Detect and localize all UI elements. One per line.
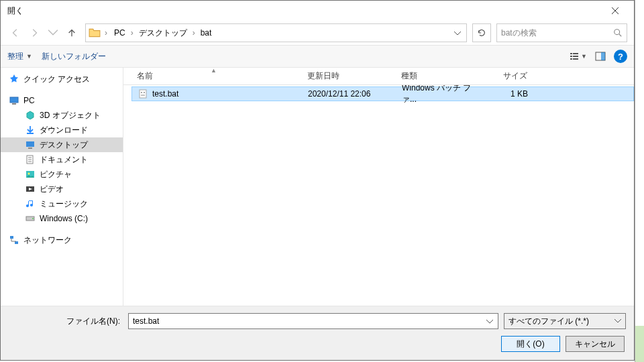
open-button[interactable]: 開く(O) (501, 336, 560, 352)
file-list: test.bat2020/12/11 22:06Windows バッチ ファ..… (123, 85, 634, 306)
documents-icon (25, 154, 36, 165)
svg-rect-5 (570, 58, 572, 60)
svg-point-0 (614, 29, 620, 35)
sidebar-item-music[interactable]: ミュージック (1, 196, 123, 211)
column-name[interactable]: 名前 (131, 70, 302, 82)
svg-rect-11 (26, 141, 34, 147)
background-window-edge (635, 0, 644, 362)
svg-point-23 (144, 92, 145, 93)
svg-point-18 (32, 218, 34, 219)
sidebar-quick-access[interactable]: クイック アクセス (1, 72, 123, 86)
svg-rect-1 (570, 53, 572, 54)
new-folder-label: 新しいフォルダー (42, 51, 106, 62)
chevron-down-icon: ▼ (581, 53, 587, 60)
svg-rect-21 (140, 90, 146, 98)
column-size[interactable]: サイズ (490, 70, 533, 82)
view-mode-menu[interactable]: ▼ (569, 51, 587, 62)
window-title: 開く (6, 5, 602, 17)
cancel-button[interactable]: キャンセル (566, 336, 625, 352)
open-file-dialog: 開く › PC › デスクトップ › bat (0, 0, 635, 361)
column-type[interactable]: 種類 (396, 70, 490, 82)
organize-label: 整理 (7, 51, 23, 62)
breadcrumb: PC › デスクトップ › bat (111, 26, 449, 40)
sidebar-network[interactable]: ネットワーク (1, 233, 123, 247)
sidebar-item-downloads[interactable]: ダウンロード (1, 123, 123, 137)
sidebar-item-videos[interactable]: ビデオ (1, 182, 123, 196)
view-list-icon (569, 51, 580, 62)
sidebar-item-pictures[interactable]: ピクチャ (1, 167, 123, 182)
arrow-left-icon (11, 28, 20, 38)
svg-rect-20 (15, 241, 18, 244)
file-pane: ▲ 名前 更新日時 種類 サイズ test.bat2020/12/11 22:0… (123, 68, 634, 306)
svg-point-15 (28, 173, 30, 175)
toolbar: 整理 ▼ 新しいフォルダー ▼ ? (1, 45, 634, 68)
file-name: test.bat (152, 89, 178, 99)
sidebar-item-label: ドキュメント (40, 154, 88, 166)
sidebar-item-cdrive[interactable]: Windows (C:) (1, 211, 123, 226)
address-dropdown[interactable] (451, 28, 464, 38)
svg-rect-12 (28, 147, 32, 149)
sidebar-item-label: ビデオ (40, 184, 64, 195)
breadcrumb-desktop[interactable]: デスクトップ (136, 26, 190, 40)
close-icon (612, 7, 619, 14)
star-icon (9, 74, 19, 84)
dialog-footer: ファイル名(N): すべてのファイル (*.*) 開く(O) キャンセル (1, 306, 634, 360)
refresh-button[interactable] (472, 23, 491, 42)
svg-rect-19 (10, 236, 13, 239)
filename-combo[interactable] (128, 313, 498, 329)
desktop-icon (25, 139, 36, 150)
sidebar-item-3d[interactable]: 3D オブジェクト (1, 108, 123, 123)
refresh-icon (477, 28, 486, 38)
nav-row: › PC › デスクトップ › bat (1, 21, 634, 45)
chevron-right-icon: › (191, 28, 197, 38)
search-icon (613, 28, 623, 38)
sidebar-pc[interactable]: PC (1, 93, 123, 108)
forward-button[interactable] (26, 25, 42, 41)
chevron-down-icon (486, 320, 493, 324)
back-button[interactable] (7, 25, 23, 41)
network-icon (9, 235, 19, 245)
svg-point-22 (141, 92, 142, 93)
chevron-right-icon: › (103, 28, 109, 38)
cdrive-icon (25, 213, 36, 224)
organize-menu[interactable]: 整理 ▼ (7, 51, 32, 62)
sidebar-item-desktop[interactable]: デスクトップ (1, 137, 123, 152)
svg-rect-10 (12, 103, 16, 105)
filename-input[interactable] (133, 316, 486, 326)
sidebar-item-label: ミュージック (40, 198, 88, 210)
sidebar-item-label: Windows (C:) (40, 214, 88, 223)
arrow-up-icon (67, 28, 76, 38)
sidebar-item-documents[interactable]: ドキュメント (1, 152, 123, 167)
downloads-icon (25, 125, 36, 135)
help-button[interactable]: ? (614, 50, 627, 63)
address-bar[interactable]: › PC › デスクトップ › bat (85, 23, 467, 42)
new-folder-button[interactable]: 新しいフォルダー (42, 51, 106, 62)
recent-dropdown[interactable] (45, 25, 61, 41)
search-input[interactable] (501, 28, 613, 38)
close-button[interactable] (602, 1, 629, 20)
nav-sidebar: クイック アクセス PC 3D オブジェクトダウンロードデスクトップドキュメント… (1, 68, 123, 306)
preview-pane-toggle[interactable] (595, 51, 606, 62)
sidebar-item-label: デスクトップ (40, 139, 88, 151)
sidebar-item-label: 3D オブジェクト (40, 110, 101, 121)
preview-pane-icon (595, 51, 606, 62)
svg-rect-4 (573, 56, 578, 57)
file-date: 2020/12/11 22:06 (303, 89, 396, 99)
batch-file-icon (138, 88, 148, 99)
chevron-down-icon: ▼ (26, 53, 32, 60)
file-type-filter[interactable]: すべてのファイル (*.*) (504, 313, 626, 329)
search-box[interactable] (496, 23, 627, 42)
chevron-down-icon (614, 319, 621, 323)
file-type: Windows バッチ ファ... (396, 85, 490, 105)
chevron-right-icon: › (129, 28, 135, 38)
pc-icon (9, 95, 19, 106)
svg-rect-8 (601, 52, 605, 60)
arrow-right-icon (30, 28, 39, 38)
up-button[interactable] (64, 25, 80, 41)
filename-dropdown[interactable] (486, 316, 494, 326)
breadcrumb-pc[interactable]: PC (111, 27, 128, 39)
chevron-down-icon (454, 32, 461, 36)
file-row[interactable]: test.bat2020/12/11 22:06Windows バッチ ファ..… (131, 86, 634, 101)
column-date[interactable]: 更新日時 (302, 70, 396, 82)
breadcrumb-bat[interactable]: bat (198, 27, 215, 39)
